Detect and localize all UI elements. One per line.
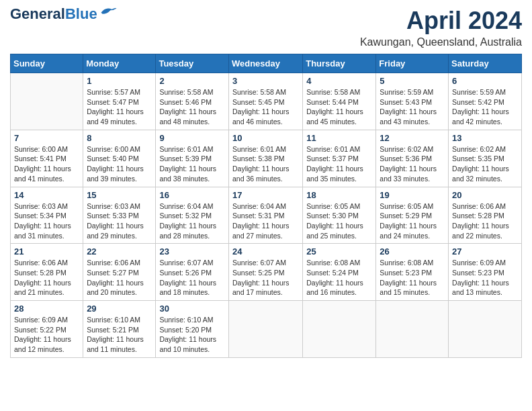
day-number: 21 — [14, 246, 79, 257]
day-info: Sunrise: 5:58 AM Sunset: 5:45 PM Dayligh… — [232, 87, 299, 127]
day-number: 19 — [380, 190, 445, 200]
day-number: 24 — [232, 246, 299, 257]
day-info: Sunrise: 6:09 AM Sunset: 5:22 PM Dayligh… — [14, 315, 79, 355]
day-number: 23 — [159, 246, 225, 257]
day-info: Sunrise: 6:06 AM Sunset: 5:27 PM Dayligh… — [87, 258, 152, 298]
day-number: 2 — [159, 76, 225, 86]
day-number: 13 — [452, 133, 518, 143]
day-info: Sunrise: 6:04 AM Sunset: 5:31 PM Dayligh… — [232, 201, 299, 241]
month-title: April 2024 — [360, 7, 522, 35]
day-number: 22 — [87, 246, 152, 257]
calendar-cell: 8Sunrise: 6:00 AM Sunset: 5:40 PM Daylig… — [83, 130, 156, 187]
calendar-cell: 26Sunrise: 6:08 AM Sunset: 5:23 PM Dayli… — [376, 244, 449, 301]
calendar-cell: 17Sunrise: 6:04 AM Sunset: 5:31 PM Dayli… — [228, 187, 302, 244]
calendar-cell: 9Sunrise: 6:01 AM Sunset: 5:39 PM Daylig… — [156, 130, 229, 187]
day-info: Sunrise: 5:58 AM Sunset: 5:46 PM Dayligh… — [159, 87, 225, 127]
logo: GeneralBlue — [10, 7, 118, 21]
day-info: Sunrise: 6:09 AM Sunset: 5:23 PM Dayligh… — [452, 258, 518, 298]
calendar-cell: 21Sunrise: 6:06 AM Sunset: 5:28 PM Dayli… — [11, 244, 83, 301]
calendar-cell: 13Sunrise: 6:02 AM Sunset: 5:35 PM Dayli… — [449, 130, 522, 187]
day-info: Sunrise: 5:59 AM Sunset: 5:42 PM Dayligh… — [452, 87, 518, 127]
day-info: Sunrise: 6:10 AM Sunset: 5:21 PM Dayligh… — [87, 315, 152, 355]
day-number: 3 — [232, 76, 299, 86]
day-info: Sunrise: 6:05 AM Sunset: 5:30 PM Dayligh… — [306, 201, 372, 241]
calendar-week-row: 7Sunrise: 6:00 AM Sunset: 5:41 PM Daylig… — [11, 130, 522, 187]
weekday-header-row: SundayMondayTuesdayWednesdayThursdayFrid… — [11, 54, 522, 73]
calendar-cell: 14Sunrise: 6:03 AM Sunset: 5:34 PM Dayli… — [11, 187, 83, 244]
day-number: 18 — [306, 190, 372, 200]
weekday-header: Monday — [83, 54, 156, 73]
day-number: 14 — [14, 190, 79, 200]
day-info: Sunrise: 6:03 AM Sunset: 5:34 PM Dayligh… — [14, 201, 79, 241]
calendar-cell: 27Sunrise: 6:09 AM Sunset: 5:23 PM Dayli… — [449, 244, 522, 301]
day-info: Sunrise: 6:00 AM Sunset: 5:41 PM Dayligh… — [14, 144, 79, 184]
calendar-cell: 25Sunrise: 6:08 AM Sunset: 5:24 PM Dayli… — [303, 244, 376, 301]
day-info: Sunrise: 5:57 AM Sunset: 5:47 PM Dayligh… — [87, 87, 152, 127]
day-info: Sunrise: 6:04 AM Sunset: 5:32 PM Dayligh… — [159, 201, 225, 241]
day-number: 8 — [87, 133, 152, 143]
calendar-cell: 15Sunrise: 6:03 AM Sunset: 5:33 PM Dayli… — [83, 187, 156, 244]
day-number: 27 — [452, 246, 518, 257]
logo-text: GeneralBlue — [10, 7, 97, 21]
day-info: Sunrise: 6:03 AM Sunset: 5:33 PM Dayligh… — [87, 201, 152, 241]
day-info: Sunrise: 6:01 AM Sunset: 5:39 PM Dayligh… — [159, 144, 225, 184]
calendar-cell: 16Sunrise: 6:04 AM Sunset: 5:32 PM Dayli… — [156, 187, 229, 244]
day-info: Sunrise: 5:59 AM Sunset: 5:43 PM Dayligh… — [380, 87, 445, 127]
day-number: 1 — [87, 76, 152, 86]
calendar-cell: 3Sunrise: 5:58 AM Sunset: 5:45 PM Daylig… — [228, 73, 302, 130]
day-info: Sunrise: 6:07 AM Sunset: 5:25 PM Dayligh… — [232, 258, 299, 298]
day-info: Sunrise: 6:06 AM Sunset: 5:28 PM Dayligh… — [452, 201, 518, 241]
calendar-week-row: 28Sunrise: 6:09 AM Sunset: 5:22 PM Dayli… — [11, 301, 522, 358]
day-info: Sunrise: 6:07 AM Sunset: 5:26 PM Dayligh… — [159, 258, 225, 298]
calendar-cell — [228, 301, 302, 358]
calendar-cell: 2Sunrise: 5:58 AM Sunset: 5:46 PM Daylig… — [156, 73, 229, 130]
calendar-cell: 6Sunrise: 5:59 AM Sunset: 5:42 PM Daylig… — [449, 73, 522, 130]
calendar-cell: 29Sunrise: 6:10 AM Sunset: 5:21 PM Dayli… — [83, 301, 156, 358]
day-number: 9 — [159, 133, 225, 143]
calendar-week-row: 1Sunrise: 5:57 AM Sunset: 5:47 PM Daylig… — [11, 73, 522, 130]
calendar-cell — [11, 73, 83, 130]
calendar-cell: 10Sunrise: 6:01 AM Sunset: 5:38 PM Dayli… — [228, 130, 302, 187]
day-number: 17 — [232, 190, 299, 200]
day-number: 4 — [306, 76, 372, 86]
calendar-cell: 1Sunrise: 5:57 AM Sunset: 5:47 PM Daylig… — [83, 73, 156, 130]
weekday-header: Friday — [376, 54, 449, 73]
calendar-cell: 22Sunrise: 6:06 AM Sunset: 5:27 PM Dayli… — [83, 244, 156, 301]
day-number: 10 — [232, 133, 299, 143]
calendar-cell — [376, 301, 449, 358]
weekday-header: Saturday — [449, 54, 522, 73]
weekday-header: Thursday — [303, 54, 376, 73]
day-info: Sunrise: 6:06 AM Sunset: 5:28 PM Dayligh… — [14, 258, 79, 298]
calendar-cell: 5Sunrise: 5:59 AM Sunset: 5:43 PM Daylig… — [376, 73, 449, 130]
day-number: 15 — [87, 190, 152, 200]
day-info: Sunrise: 6:08 AM Sunset: 5:24 PM Dayligh… — [306, 258, 372, 298]
calendar-week-row: 21Sunrise: 6:06 AM Sunset: 5:28 PM Dayli… — [11, 244, 522, 301]
day-info: Sunrise: 6:01 AM Sunset: 5:38 PM Dayligh… — [232, 144, 299, 184]
day-number: 20 — [452, 190, 518, 200]
title-area: April 2024 Kawungan, Queensland, Austral… — [360, 7, 522, 48]
day-info: Sunrise: 5:58 AM Sunset: 5:44 PM Dayligh… — [306, 87, 372, 127]
location-title: Kawungan, Queensland, Australia — [360, 36, 522, 48]
calendar-cell: 20Sunrise: 6:06 AM Sunset: 5:28 PM Dayli… — [449, 187, 522, 244]
calendar-table: SundayMondayTuesdayWednesdayThursdayFrid… — [10, 54, 522, 358]
day-info: Sunrise: 6:05 AM Sunset: 5:29 PM Dayligh… — [380, 201, 445, 241]
calendar-cell: 18Sunrise: 6:05 AM Sunset: 5:30 PM Dayli… — [303, 187, 376, 244]
day-number: 29 — [87, 304, 152, 314]
calendar-cell: 23Sunrise: 6:07 AM Sunset: 5:26 PM Dayli… — [156, 244, 229, 301]
calendar-cell — [449, 301, 522, 358]
day-info: Sunrise: 6:08 AM Sunset: 5:23 PM Dayligh… — [380, 258, 445, 298]
day-info: Sunrise: 6:01 AM Sunset: 5:37 PM Dayligh… — [306, 144, 372, 184]
calendar-cell: 28Sunrise: 6:09 AM Sunset: 5:22 PM Dayli… — [11, 301, 83, 358]
day-number: 26 — [380, 246, 445, 257]
day-number: 28 — [14, 304, 79, 314]
day-number: 25 — [306, 246, 372, 257]
day-number: 16 — [159, 190, 225, 200]
calendar-cell: 19Sunrise: 6:05 AM Sunset: 5:29 PM Dayli… — [376, 187, 449, 244]
day-info: Sunrise: 6:02 AM Sunset: 5:35 PM Dayligh… — [452, 144, 518, 184]
calendar-cell: 11Sunrise: 6:01 AM Sunset: 5:37 PM Dayli… — [303, 130, 376, 187]
day-number: 7 — [14, 133, 79, 143]
day-number: 12 — [380, 133, 445, 143]
weekday-header: Wednesday — [228, 54, 302, 73]
logo-bird-icon — [99, 5, 118, 17]
calendar-week-row: 14Sunrise: 6:03 AM Sunset: 5:34 PM Dayli… — [11, 187, 522, 244]
